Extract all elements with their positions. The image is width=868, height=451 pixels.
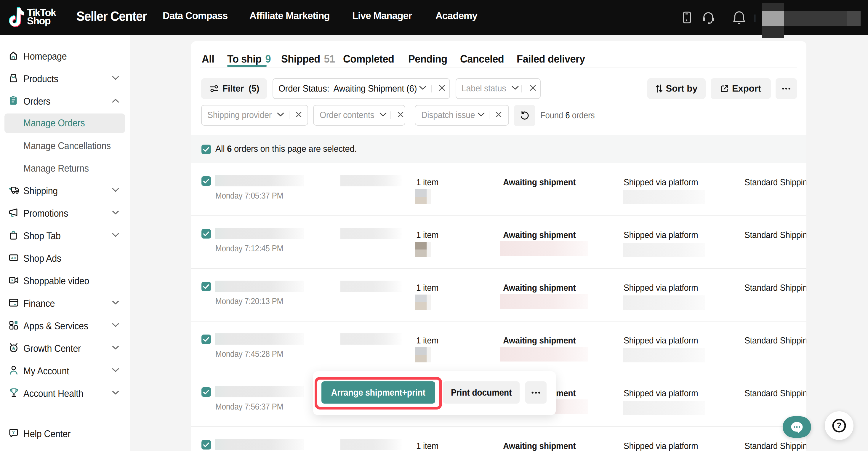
svg-text:AD: AD bbox=[11, 256, 16, 260]
svg-text:?: ? bbox=[12, 430, 15, 435]
svg-text:?: ? bbox=[837, 421, 842, 430]
